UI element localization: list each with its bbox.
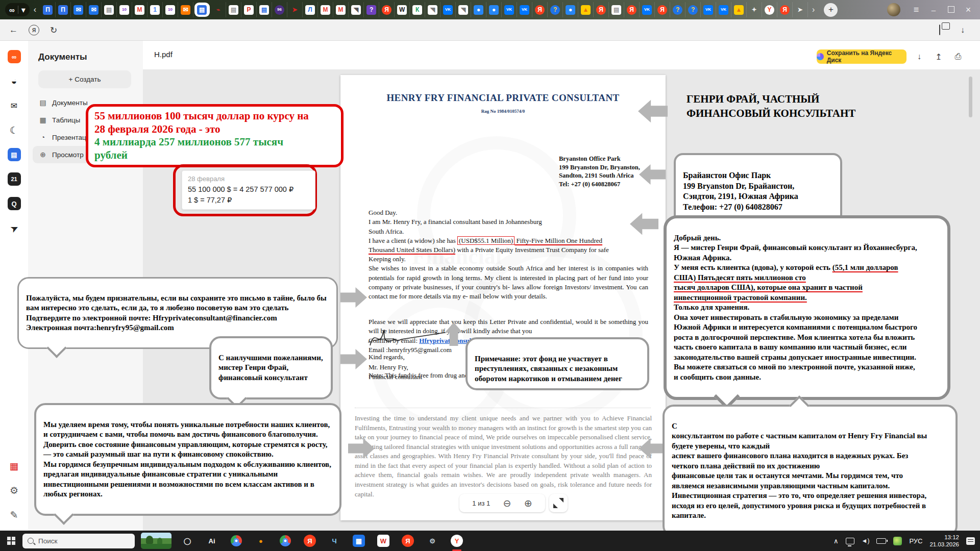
tab-yandex-docs-active[interactable]: ▤ (194, 3, 210, 17)
tab-bird[interactable]: ◥ (349, 2, 364, 17)
download-icon[interactable]: ↓ (912, 49, 927, 64)
tab-images[interactable]: ▲ (731, 2, 747, 17)
opera-icon[interactable]: ◯ (181, 534, 194, 547)
tab-q[interactable]: ? (670, 2, 685, 17)
tab-vk[interactable]: VK (517, 2, 532, 17)
tab-vk[interactable]: VK (440, 2, 456, 17)
tab-gmail[interactable]: M (333, 2, 349, 17)
yandex360-icon[interactable]: ∞ (8, 50, 21, 63)
tab-yandex-browser[interactable]: Y (762, 2, 777, 17)
tab-vk[interactable]: VK (502, 2, 517, 17)
firefox-icon[interactable]: ● (254, 534, 267, 547)
panels-icon[interactable] (939, 25, 940, 35)
zen-icon[interactable]: ➤ (5, 219, 23, 237)
start-icon[interactable]: ☾ (8, 123, 21, 137)
clock[interactable]: 13:12 21.03.2026 (929, 534, 959, 548)
yandex-browser-icon[interactable]: Y (450, 534, 463, 547)
ai-icon[interactable]: Ai (205, 534, 218, 547)
tab-mail[interactable]: ✉ (86, 2, 102, 17)
tab-chat[interactable]: ● (471, 2, 486, 17)
tab-kinopoisk[interactable]: К (410, 2, 425, 17)
mail-icon[interactable]: ✉ (8, 99, 21, 112)
antivirus-icon[interactable] (893, 537, 902, 545)
new-tab-button[interactable]: + (824, 3, 838, 17)
tab-bird[interactable]: ◥ (425, 2, 440, 17)
tab-gmail[interactable]: M (318, 2, 333, 17)
tab-yandex[interactable]: Я (777, 2, 793, 17)
tab-yandex[interactable]: Я (379, 2, 395, 17)
tab-bird[interactable]: ◥ (456, 2, 471, 17)
tab-chat[interactable]: ● (486, 2, 502, 17)
teams-icon[interactable]: Ч (328, 534, 341, 547)
tab-mail[interactable]: ✉ (71, 2, 86, 17)
tab-wikipedia[interactable]: W (395, 2, 410, 17)
tab-q[interactable]: ? (685, 2, 701, 17)
messenger-icon[interactable]: Q (8, 197, 21, 210)
yandex-icon-2[interactable]: Я (401, 534, 414, 547)
back-icon[interactable]: ← (9, 25, 18, 35)
tab-extension[interactable]: ✦ (747, 2, 762, 17)
tab-pdf[interactable]: P (241, 2, 257, 17)
zoom-out-icon[interactable]: ⊖ (503, 497, 511, 509)
tab-vk[interactable]: VK (701, 2, 716, 17)
save-to-disk-button[interactable]: Сохранить на Яндекс Диск (817, 49, 906, 64)
tab-ten[interactable]: 10 (163, 2, 178, 17)
downloads-icon[interactable]: ↓ (961, 26, 965, 35)
menu-icon[interactable]: ≡ (908, 5, 925, 15)
chevron-down-icon[interactable]: ▾ (21, 5, 26, 15)
notification-icon[interactable] (966, 537, 975, 545)
w-icon[interactable]: W (377, 534, 390, 547)
tab-translate[interactable]: П (56, 2, 71, 17)
documents-icon[interactable]: ▤ (8, 148, 21, 161)
tab-docs[interactable]: ▤ (257, 2, 272, 17)
tab-purple[interactable]: 96 (272, 2, 287, 17)
tab-yandex[interactable]: Я (532, 2, 548, 17)
store-icon[interactable]: ▦ (352, 534, 365, 547)
tab-red-arrow[interactable]: ➤ (287, 2, 303, 17)
yandex-profile-icon[interactable]: Я (29, 24, 39, 35)
tab-vk[interactable]: VK (716, 2, 731, 17)
volume-icon[interactable]: ◄) (862, 537, 870, 544)
tab-gmail[interactable]: M (132, 2, 148, 17)
tab-group-pill[interactable]: ∞ ▾ (5, 3, 30, 16)
tab-question-purple[interactable]: ? (364, 2, 379, 17)
chrome-icon[interactable] (230, 534, 243, 547)
tab-ten[interactable]: 10 (117, 2, 132, 17)
start-button[interactable] (7, 537, 15, 545)
edit-icon[interactable]: ✎ (8, 508, 21, 521)
scrollbar-thumb[interactable] (969, 77, 972, 117)
tab-q[interactable]: ? (548, 2, 563, 17)
calendar-icon[interactable]: 21 (8, 172, 21, 186)
tab-google-one[interactable]: 1 (148, 2, 163, 17)
tab-vk[interactable]: VK (640, 2, 655, 17)
tab-images[interactable]: ▲ (578, 2, 594, 17)
tab-scribble[interactable]: ⌁ (211, 2, 226, 17)
tab-cursor[interactable]: ➤ (793, 2, 808, 17)
tabs-scroll-left-icon[interactable]: ‹ (30, 5, 40, 14)
widget-thumbnail[interactable] (141, 533, 172, 549)
tab-translate[interactable]: П (40, 2, 56, 17)
yandex-icon[interactable]: Я (303, 534, 316, 547)
tab-doc[interactable]: ▤ (609, 2, 624, 17)
tab-yandex[interactable]: Я (655, 2, 670, 17)
fullscreen-button[interactable] (549, 494, 568, 512)
disk-icon[interactable]: ◒ (8, 74, 21, 88)
minimize-button[interactable]: – (925, 6, 942, 14)
tv-icon[interactable]: ▦ (8, 459, 21, 472)
reload-icon[interactable]: ↻ (50, 24, 57, 35)
zoom-in-icon[interactable]: ⊕ (524, 497, 532, 509)
tab-mail-orange[interactable]: ✉ (178, 2, 193, 17)
tab-doc[interactable]: ▤ (226, 2, 241, 17)
tab-chat[interactable]: ● (563, 2, 578, 17)
share-icon[interactable]: ↥ (931, 49, 946, 64)
tab-doc[interactable]: ▤ (102, 2, 117, 17)
settings-icon[interactable]: ⚙ (426, 534, 439, 547)
battery-icon[interactable] (876, 538, 886, 544)
language-indicator[interactable]: РУС (909, 537, 922, 545)
tabs-scroll-right-icon[interactable]: › (808, 5, 819, 14)
print-icon[interactable]: ⎙ (950, 49, 966, 64)
tab-yandex[interactable]: Я (594, 2, 609, 17)
maximize-button[interactable] (942, 6, 960, 14)
create-button[interactable]: + Создать (38, 70, 131, 88)
tray-chevron-icon[interactable]: ∧ (834, 537, 839, 545)
